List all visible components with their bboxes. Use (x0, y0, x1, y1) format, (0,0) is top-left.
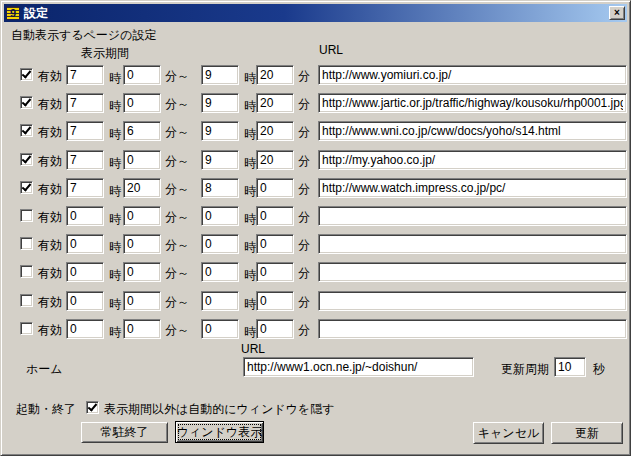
start-minute-input[interactable] (123, 178, 161, 198)
url-input[interactable] (318, 262, 627, 282)
enabled-checkbox[interactable] (20, 153, 33, 166)
minute-range-label: 分～ (165, 68, 189, 85)
url-column-header: URL (319, 43, 343, 57)
start-hour-input[interactable] (66, 93, 104, 113)
start-hour-input[interactable] (66, 234, 104, 254)
start-hour-input[interactable] (66, 65, 104, 85)
url-input[interactable] (318, 150, 627, 170)
start-minute-input[interactable] (123, 234, 161, 254)
end-minute-input[interactable] (256, 291, 294, 311)
enabled-label: 有効 (38, 68, 62, 85)
start-hour-input[interactable] (66, 178, 104, 198)
url-input[interactable] (318, 206, 627, 226)
start-hour-input[interactable] (66, 319, 104, 339)
end-minute-input[interactable] (256, 150, 294, 170)
update-button[interactable]: 更新 (551, 422, 623, 444)
end-minute-input[interactable] (256, 65, 294, 85)
refresh-unit-label: 秒 (593, 361, 605, 378)
schedule-row: 有効 時 分～ 時 分 (1, 65, 631, 87)
start-minute-input[interactable] (123, 121, 161, 141)
end-minute-input[interactable] (256, 234, 294, 254)
minute-label: 分 (298, 322, 310, 339)
hour-label: 時 (109, 211, 121, 228)
url-input[interactable] (318, 319, 627, 339)
start-minute-input[interactable] (123, 65, 161, 85)
hour-label: 時 (109, 155, 121, 172)
minute-range-label: 分～ (165, 181, 189, 198)
refresh-interval-label: 更新周期 (501, 361, 549, 378)
minute-range-label: 分～ (165, 237, 189, 254)
end-hour-input[interactable] (201, 291, 239, 311)
end-hour-input[interactable] (201, 93, 239, 113)
home-url-input[interactable] (243, 357, 474, 377)
cancel-button[interactable]: キャンセル (473, 422, 544, 444)
end-hour-input[interactable] (201, 65, 239, 85)
enabled-checkbox[interactable] (20, 68, 33, 81)
end-hour-input[interactable] (201, 262, 239, 282)
start-hour-input[interactable] (66, 121, 104, 141)
enabled-checkbox[interactable] (20, 124, 33, 137)
hour-label: 時 (244, 296, 256, 313)
url-input[interactable] (318, 65, 627, 85)
enabled-checkbox[interactable] (20, 237, 33, 250)
home-label: ホーム (26, 361, 63, 378)
start-minute-input[interactable] (123, 93, 161, 113)
schedule-row: 有効 時 分～ 時 分 (1, 206, 631, 228)
end-hour-input[interactable] (201, 319, 239, 339)
hour-label: 時 (109, 296, 121, 313)
start-minute-input[interactable] (123, 262, 161, 282)
start-minute-input[interactable] (123, 291, 161, 311)
start-hour-input[interactable] (66, 206, 104, 226)
end-minute-input[interactable] (256, 206, 294, 226)
hour-label: 時 (109, 267, 121, 284)
enabled-checkbox[interactable] (20, 322, 33, 335)
hour-label: 時 (244, 324, 256, 341)
start-hour-input[interactable] (66, 262, 104, 282)
enabled-checkbox[interactable] (20, 294, 33, 307)
hide-window-label: 表示期間以外は自動的にウィンドウを隠す (104, 401, 335, 418)
enabled-checkbox[interactable] (20, 209, 33, 222)
url-input[interactable] (318, 178, 627, 198)
refresh-interval-input[interactable] (554, 357, 586, 377)
show-window-button[interactable]: ウィンドウ表示 (175, 421, 264, 443)
end-minute-input[interactable] (256, 178, 294, 198)
url-input[interactable] (318, 291, 627, 311)
minute-range-label: 分～ (165, 124, 189, 141)
hour-label: 時 (109, 126, 121, 143)
url-input[interactable] (318, 93, 627, 113)
minute-range-label: 分～ (165, 153, 189, 170)
enabled-label: 有効 (38, 181, 62, 198)
minute-label: 分 (298, 68, 310, 85)
enabled-checkbox[interactable] (20, 265, 33, 278)
enabled-label: 有効 (38, 265, 62, 282)
end-hour-input[interactable] (201, 150, 239, 170)
enabled-checkbox[interactable] (20, 96, 33, 109)
start-minute-input[interactable] (123, 319, 161, 339)
url-input[interactable] (318, 121, 627, 141)
close-icon[interactable]: × (609, 6, 625, 20)
start-minute-input[interactable] (123, 150, 161, 170)
minute-label: 分 (298, 124, 310, 141)
start-hour-input[interactable] (66, 291, 104, 311)
end-hour-input[interactable] (201, 121, 239, 141)
end-minute-input[interactable] (256, 93, 294, 113)
url-input[interactable] (318, 234, 627, 254)
enabled-checkbox[interactable] (20, 181, 33, 194)
startup-exit-label: 起動・終了 (16, 401, 76, 418)
end-hour-input[interactable] (201, 206, 239, 226)
start-hour-input[interactable] (66, 150, 104, 170)
hour-label: 時 (244, 126, 256, 143)
minute-label: 分 (298, 96, 310, 113)
schedule-row: 有効 時 分～ 時 分 (1, 291, 631, 313)
app-icon: 9 (6, 6, 20, 20)
end-minute-input[interactable] (256, 262, 294, 282)
end-minute-input[interactable] (256, 319, 294, 339)
minute-range-label: 分～ (165, 96, 189, 113)
start-minute-input[interactable] (123, 206, 161, 226)
end-hour-input[interactable] (201, 234, 239, 254)
hide-window-checkbox[interactable] (86, 401, 99, 414)
end-minute-input[interactable] (256, 121, 294, 141)
exit-resident-button[interactable]: 常駐終了 (81, 422, 168, 443)
minute-range-label: 分～ (165, 294, 189, 311)
end-hour-input[interactable] (201, 178, 239, 198)
